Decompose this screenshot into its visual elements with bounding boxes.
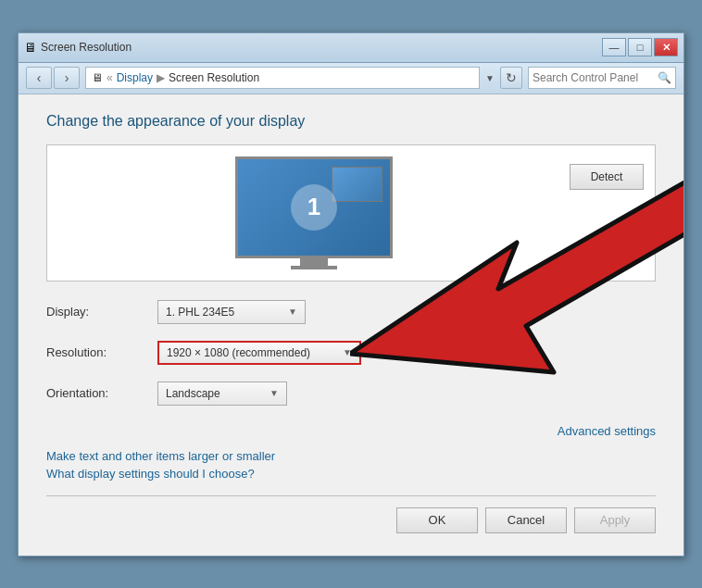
orientation-value: Landscape (166, 387, 220, 400)
refresh-button[interactable]: ↻ (500, 67, 522, 89)
resolution-control: 1920 × 1080 (recommended) ▼ (157, 337, 656, 369)
apply-button[interactable]: Apply (574, 507, 656, 533)
display-label: Display: (46, 296, 157, 328)
cancel-button[interactable]: Cancel (485, 507, 567, 533)
monitor-screen: 1 (235, 156, 393, 258)
minimize-button[interactable]: — (602, 38, 626, 56)
title-bar: 🖥 Screen Resolution — □ ✕ (19, 33, 683, 63)
monitor-number: 1 (291, 184, 337, 231)
monitor-display: 1 (58, 156, 570, 269)
resolution-dropdown-arrow: ▼ (343, 347, 352, 357)
window-icon: 🖥 (24, 40, 37, 55)
display-value: 1. PHL 234E5 (166, 306, 234, 319)
search-input[interactable] (533, 71, 658, 84)
detect-button[interactable]: Detect (570, 164, 644, 190)
orientation-control: Landscape ▼ (157, 378, 656, 409)
monitor-base (291, 266, 337, 269)
back-button[interactable]: ‹ (26, 67, 52, 89)
search-bar: 🔍 (528, 67, 676, 89)
window-title: Screen Resolution (41, 41, 132, 54)
help-links: Make text and other items larger or smal… (46, 449, 656, 481)
breadcrumb-icon: 🖥 (92, 71, 103, 84)
resolution-dropdown[interactable]: 1920 × 1080 (recommended) ▼ (157, 341, 361, 365)
title-bar-buttons: — □ ✕ (602, 38, 678, 56)
search-icon: 🔍 (658, 71, 671, 84)
monitor-stand (300, 258, 328, 266)
address-bar: ‹ › 🖥 « Display ▶ Screen Resolution ▼ ↻ … (19, 63, 683, 94)
settings-grid: Display: 1. PHL 234E5 ▼ Resolution: 1920… (46, 296, 656, 409)
breadcrumb-dropdown-arrow[interactable]: ▼ (485, 73, 495, 83)
orientation-dropdown[interactable]: Landscape ▼ (157, 382, 287, 406)
orientation-dropdown-arrow: ▼ (270, 388, 279, 398)
display-dropdown[interactable]: 1. PHL 234E5 ▼ (157, 300, 306, 324)
title-bar-left: 🖥 Screen Resolution (24, 40, 132, 55)
breadcrumb-separator: « (107, 71, 113, 84)
monitor-section: 1 Detect (46, 144, 656, 281)
resolution-label: Resolution: (46, 337, 157, 369)
maximize-button[interactable]: □ (628, 38, 652, 56)
content-area: Change the appearance of your display 1 … (19, 94, 683, 556)
breadcrumb: 🖥 « Display ▶ Screen Resolution (85, 67, 480, 89)
page-title: Change the appearance of your display (46, 113, 656, 130)
separator (46, 495, 656, 496)
display-control: 1. PHL 234E5 ▼ (157, 296, 656, 328)
forward-button[interactable]: › (54, 67, 80, 89)
help-link-1[interactable]: Make text and other items larger or smal… (46, 449, 656, 463)
orientation-label: Orientation: (46, 378, 157, 409)
help-link-2[interactable]: What display settings should I choose? (46, 467, 656, 481)
breadcrumb-arrow1: ▶ (157, 71, 165, 84)
button-row: OK Cancel Apply (46, 507, 656, 537)
monitor-small-screen (332, 167, 382, 202)
ok-button[interactable]: OK (396, 507, 478, 533)
advanced-settings-link[interactable]: Advanced settings (46, 424, 656, 438)
close-button[interactable]: ✕ (654, 38, 678, 56)
resolution-value: 1920 × 1080 (recommended) (167, 346, 310, 359)
breadcrumb-display[interactable]: Display (117, 71, 153, 84)
breadcrumb-screen-resolution: Screen Resolution (169, 71, 259, 84)
display-dropdown-arrow: ▼ (288, 307, 297, 317)
nav-buttons: ‹ › (26, 67, 80, 89)
main-window: 🖥 Screen Resolution — □ ✕ ‹ › 🖥 « Displa… (18, 32, 684, 557)
